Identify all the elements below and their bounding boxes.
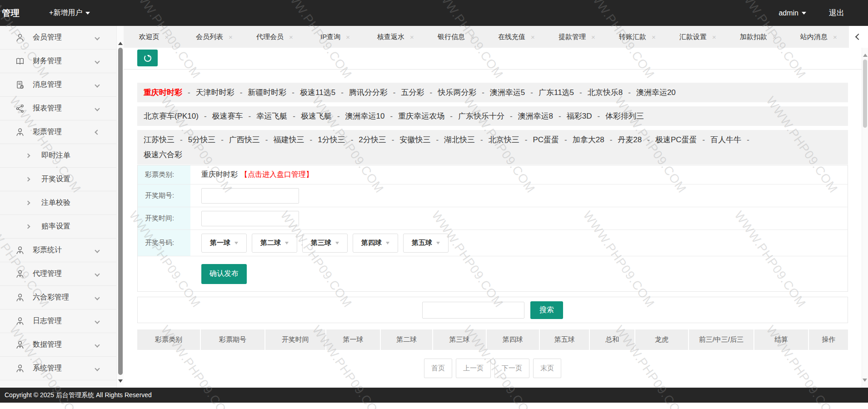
lottery-link-天津时时彩[interactable]: 天津时时彩: [196, 88, 234, 97]
lottery-link-幸运飞艇[interactable]: 幸运飞艇: [256, 112, 287, 120]
scroll-up-arrow-icon[interactable]: [863, 51, 868, 57]
close-icon[interactable]: ×: [410, 33, 414, 41]
panel-manage-link[interactable]: 【点击进入盘口管理】: [240, 170, 313, 180]
close-icon[interactable]: ×: [289, 33, 293, 41]
ball-select-第三球[interactable]: 第三球: [302, 234, 348, 253]
lottery-link-极速PC蛋蛋[interactable]: 极速PC蛋蛋: [655, 135, 697, 144]
close-icon[interactable]: ×: [712, 33, 716, 41]
time-input[interactable]: [201, 211, 299, 226]
lottery-link-腾讯分分彩[interactable]: 腾讯分分彩: [349, 88, 388, 97]
sidebar-item-彩票管理[interactable]: 彩票管理: [0, 120, 116, 144]
lottery-link-重庆幸运农场[interactable]: 重庆幸运农场: [398, 112, 444, 120]
tab-加款扣款[interactable]: 加款扣款×: [728, 26, 788, 48]
close-icon[interactable]: ×: [346, 33, 350, 41]
lottery-link-澳洲幸运10[interactable]: 澳洲幸运10: [345, 112, 385, 120]
lottery-link-福建快三[interactable]: 福建快三: [273, 135, 304, 144]
close-icon[interactable]: ×: [470, 33, 474, 41]
lottery-link-快乐两分彩[interactable]: 快乐两分彩: [438, 88, 476, 97]
lottery-link-丹麦28[interactable]: 丹麦28: [618, 135, 642, 144]
lottery-link-百人牛牛[interactable]: 百人牛牛: [710, 135, 741, 144]
lottery-link-1分快三[interactable]: 1分快三: [318, 135, 345, 144]
page-button-下一页[interactable]: 下一页: [494, 359, 529, 378]
lottery-link-5分快三[interactable]: 5分快三: [188, 135, 215, 144]
lottery-link-极速赛车[interactable]: 极速赛车: [212, 112, 243, 120]
page-button-末页[interactable]: 末页: [533, 359, 561, 378]
lottery-link-极速11选5[interactable]: 极速11选5: [300, 88, 335, 97]
lottery-link-广东快乐十分[interactable]: 广东快乐十分: [458, 112, 504, 120]
sidebar-item-会员管理[interactable]: 会员管理: [0, 26, 116, 50]
add-user-button[interactable]: +新增用户: [49, 8, 90, 18]
lottery-link-广东11选5[interactable]: 广东11选5: [539, 88, 574, 97]
page-button-上一页[interactable]: 上一页: [456, 359, 491, 378]
sidebar-item-日志管理[interactable]: 日志管理: [0, 309, 116, 333]
lottery-link-PC蛋蛋[interactable]: PC蛋蛋: [533, 135, 559, 144]
close-icon[interactable]: ×: [229, 33, 233, 41]
tab-欢迎页[interactable]: 欢迎页×: [124, 26, 184, 48]
refresh-button[interactable]: [137, 50, 158, 66]
close-icon[interactable]: ×: [833, 33, 837, 41]
sidebar-item-即时注单[interactable]: 即时注单: [0, 144, 116, 168]
tab-银行信息[interactable]: 银行信息×: [426, 26, 486, 48]
lottery-link-重庆时时彩[interactable]: 重庆时时彩: [144, 88, 182, 97]
page-button-首页[interactable]: 首页: [424, 359, 452, 378]
lottery-link-北京快乐8[interactable]: 北京快乐8: [588, 88, 623, 97]
lottery-link-江苏快三[interactable]: 江苏快三: [144, 135, 175, 144]
lottery-link-2分快三[interactable]: 2分快三: [359, 135, 386, 144]
tab-在线充值[interactable]: 在线充值×: [486, 26, 547, 48]
lottery-link-澳洲幸运20[interactable]: 澳洲幸运20: [636, 88, 676, 97]
scroll-up-arrow-icon[interactable]: [118, 40, 123, 45]
tab-提款管理[interactable]: 提款管理×: [547, 26, 607, 48]
sidebar-item-系统管理[interactable]: 系统管理: [0, 357, 116, 380]
lottery-link-极速六合彩[interactable]: 极速六合彩: [144, 150, 182, 159]
scrollbar-thumb[interactable]: [863, 60, 867, 128]
ball-select-第五球[interactable]: 第五球: [403, 234, 449, 253]
tab-overflow-button[interactable]: [849, 26, 868, 48]
sidebar-item-财务管理[interactable]: 财务管理: [0, 50, 116, 73]
tab-IP查询[interactable]: IP查询×: [305, 26, 365, 48]
close-icon[interactable]: ×: [531, 33, 535, 41]
lottery-link-北京赛车(PK10)[interactable]: 北京赛车(PK10): [144, 112, 199, 120]
tab-站内消息[interactable]: 站内消息×: [788, 26, 849, 48]
tab-会员列表[interactable]: 会员列表×: [184, 26, 244, 48]
lottery-link-体彩排列三[interactable]: 体彩排列三: [605, 112, 644, 120]
sidebar-item-消息管理[interactable]: 消息管理: [0, 73, 116, 97]
search-input[interactable]: [422, 302, 524, 319]
tab-代理会员[interactable]: 代理会员×: [244, 26, 305, 48]
tab-转账汇款[interactable]: 转账汇款×: [607, 26, 668, 48]
close-icon[interactable]: ×: [165, 33, 169, 41]
ball-select-第一球[interactable]: 第一球: [201, 234, 247, 253]
sidebar-item-六合彩管理[interactable]: 六合彩管理: [0, 286, 116, 309]
close-icon[interactable]: ×: [773, 33, 777, 41]
sidebar-scrollbar[interactable]: [116, 26, 124, 388]
lottery-link-福彩3D[interactable]: 福彩3D: [567, 112, 592, 120]
lottery-link-加拿大28[interactable]: 加拿大28: [573, 135, 604, 144]
content-scrollbar[interactable]: [862, 48, 868, 388]
search-button[interactable]: 搜索: [530, 301, 563, 319]
lottery-link-广西快三[interactable]: 广西快三: [229, 135, 260, 144]
lottery-link-新疆时时彩[interactable]: 新疆时时彩: [248, 88, 286, 97]
sidebar-item-赔率设置[interactable]: 赔率设置: [0, 215, 116, 239]
sidebar-item-数据管理[interactable]: 数据管理: [0, 333, 116, 357]
scroll-down-arrow-icon[interactable]: [863, 379, 867, 384]
scrollbar-thumb[interactable]: [118, 48, 123, 375]
sidebar-item-注单校验[interactable]: 注单校验: [0, 191, 116, 215]
ball-select-第二球[interactable]: 第二球: [252, 234, 297, 253]
sidebar-item-报表管理[interactable]: 报表管理: [0, 97, 116, 120]
lottery-link-北京快三[interactable]: 北京快三: [489, 135, 519, 144]
lottery-link-澳洲幸运8[interactable]: 澳洲幸运8: [518, 112, 553, 120]
lottery-link-极速飞艇[interactable]: 极速飞艇: [301, 112, 332, 120]
lottery-link-澳洲幸运5[interactable]: 澳洲幸运5: [490, 88, 525, 97]
sidebar-item-代理管理[interactable]: 代理管理: [0, 262, 116, 286]
ball-select-第四球[interactable]: 第四球: [353, 234, 398, 253]
close-icon[interactable]: ×: [652, 33, 656, 41]
tab-核查返水[interactable]: 核查返水×: [365, 26, 426, 48]
logout-button[interactable]: 退出: [829, 8, 844, 18]
tab-汇款设置[interactable]: 汇款设置×: [668, 26, 728, 48]
issue-input[interactable]: [201, 188, 299, 204]
close-icon[interactable]: ×: [591, 33, 595, 41]
lottery-link-湖北快三[interactable]: 湖北快三: [444, 135, 475, 144]
sidebar-item-开奖设置[interactable]: 开奖设置: [0, 168, 116, 191]
admin-menu[interactable]: admin: [778, 9, 806, 17]
scroll-down-arrow-icon[interactable]: [118, 379, 123, 385]
confirm-publish-button[interactable]: 确认发布: [201, 264, 247, 284]
